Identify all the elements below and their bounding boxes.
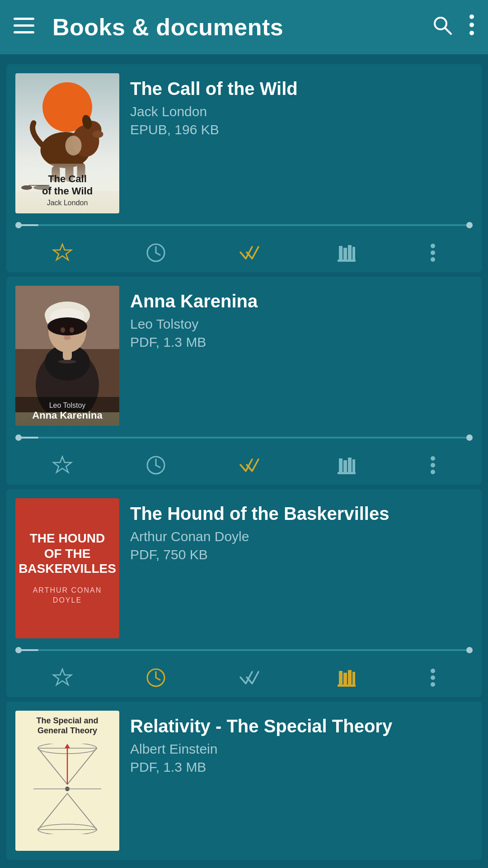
app-header: Books & documents: [0, 0, 488, 54]
check-button-cotw[interactable]: [239, 242, 263, 263]
menu-icon[interactable]: [14, 17, 34, 37]
book-info-rel: Relativity - The Special Theory Albert E…: [130, 711, 473, 775]
progress-hotb: [15, 649, 473, 651]
progress-ak: [15, 437, 473, 439]
svg-point-45: [58, 360, 76, 363]
svg-point-5: [469, 14, 474, 19]
svg-rect-52: [343, 460, 347, 472]
svg-point-42: [70, 327, 74, 333]
svg-line-49: [156, 465, 160, 467]
cover-title-text: Anna Karenina: [19, 410, 116, 421]
book-card-hotb[interactable]: THE HOUNDOF THEBASKERVILLES ARTHUR CONAN…: [6, 489, 482, 697]
book-main-rel: The Special and General Theory: [15, 711, 473, 851]
book-card-cotw[interactable]: The Callof the Wild Jack London The Call…: [6, 64, 482, 272]
svg-point-41: [61, 327, 65, 333]
more-button-hotb[interactable]: [430, 667, 436, 688]
book-info-ak: Anna Karenina Leo Tolstoy PDF, 1.3 MB: [130, 286, 473, 350]
progress-cotw: [15, 224, 473, 226]
svg-rect-51: [339, 458, 343, 472]
svg-rect-54: [352, 459, 355, 472]
book-meta-cotw: EPUB, 196 KB: [130, 122, 473, 137]
book-main-ak: Leo Tolstoy Anna Karenina Anna Karenina …: [15, 286, 473, 426]
svg-rect-1: [14, 24, 34, 27]
clock-button-cotw[interactable]: [145, 242, 166, 263]
cover-text-cotw: The Callof the Wild Jack London: [42, 173, 93, 213]
book-actions-hotb: [15, 660, 473, 697]
book-card-ak[interactable]: Leo Tolstoy Anna Karenina Anna Karenina …: [6, 277, 482, 485]
book-info-cotw: The Call of the Wild Jack London EPUB, 1…: [130, 73, 473, 137]
cover-hotb-title: THE HOUNDOF THEBASKERVILLES: [19, 531, 116, 576]
svg-point-56: [431, 463, 435, 467]
book-card-rel[interactable]: The Special and General Theory: [6, 702, 482, 860]
book-cover-ak[interactable]: Leo Tolstoy Anna Karenina: [15, 286, 119, 426]
shelf-button-ak[interactable]: [336, 455, 357, 476]
svg-marker-75: [65, 744, 70, 748]
cover-author-small: Leo Tolstoy: [19, 401, 116, 410]
book-main-cotw: The Callof the Wild Jack London The Call…: [15, 73, 473, 213]
svg-point-7: [469, 31, 474, 35]
cover-author-cotw: Jack London: [42, 199, 93, 207]
book-cover-rel[interactable]: The Special and General Theory: [15, 711, 119, 851]
shelf-button-hotb[interactable]: [336, 667, 357, 688]
book-cover-hotb[interactable]: THE HOUNDOF THEBASKERVILLES ARTHUR CONAN…: [15, 498, 119, 638]
book-author-cotw: Jack London: [130, 104, 473, 119]
book-meta-ak: PDF, 1.3 MB: [130, 335, 473, 350]
cover-rel-title: The Special and General Theory: [21, 716, 114, 736]
more-options-icon[interactable]: [469, 14, 474, 41]
star-button-ak[interactable]: [52, 455, 73, 476]
book-list: The Callof the Wild Jack London The Call…: [0, 54, 488, 868]
progress-dot-left: [15, 434, 22, 441]
svg-rect-24: [338, 259, 356, 262]
cover-title-cotw: The Callof the Wild: [42, 173, 93, 197]
svg-line-61: [156, 678, 160, 680]
book-cover-cotw[interactable]: The Callof the Wild Jack London: [15, 73, 119, 213]
book-author-ak: Leo Tolstoy: [130, 316, 473, 332]
svg-rect-64: [343, 673, 347, 684]
book-title-rel: Relativity - The Special Theory: [130, 715, 473, 737]
page-title: Books & documents: [52, 14, 431, 41]
progress-dot-right: [466, 434, 473, 441]
portrait-svg: [15, 286, 119, 412]
progress-dot-left: [15, 222, 22, 228]
book-title-hotb: The Hound of the Baskervilles: [130, 503, 473, 524]
svg-rect-44: [63, 349, 72, 360]
check-button-ak[interactable]: [239, 455, 263, 476]
progress-dot-right: [466, 222, 473, 228]
book-info-hotb: The Hound of the Baskervilles Arthur Con…: [130, 498, 473, 562]
svg-point-69: [431, 682, 435, 687]
svg-point-31: [431, 257, 435, 262]
svg-rect-28: [352, 247, 355, 259]
svg-point-29: [431, 244, 435, 248]
shelf-button-cotw[interactable]: [336, 242, 357, 263]
svg-rect-62: [338, 684, 356, 687]
more-button-ak[interactable]: [430, 455, 436, 476]
star-button-cotw[interactable]: [52, 242, 73, 263]
clock-button-ak[interactable]: [145, 455, 166, 476]
book-author-hotb: Arthur Conan Doyle: [130, 529, 473, 544]
book-title-cotw: The Call of the Wild: [130, 78, 473, 99]
svg-rect-66: [352, 672, 355, 684]
svg-rect-26: [343, 248, 347, 259]
svg-point-68: [431, 675, 435, 680]
clock-button-hotb[interactable]: [145, 667, 166, 688]
header-actions: [431, 14, 474, 41]
svg-point-43: [64, 335, 71, 340]
svg-rect-63: [339, 671, 343, 684]
svg-point-11: [93, 131, 103, 138]
book-meta-rel: PDF, 1.3 MB: [130, 760, 473, 775]
svg-rect-27: [348, 245, 352, 259]
svg-marker-58: [53, 669, 71, 685]
svg-marker-46: [53, 457, 71, 472]
star-button-hotb[interactable]: [52, 667, 73, 688]
svg-point-57: [431, 470, 435, 474]
book-main-hotb: THE HOUNDOF THEBASKERVILLES ARTHUR CONAN…: [15, 498, 473, 638]
progress-dot-right: [466, 647, 473, 653]
search-icon[interactable]: [431, 14, 453, 41]
svg-rect-25: [339, 246, 343, 259]
check-button-hotb[interactable]: [239, 667, 263, 688]
more-button-cotw[interactable]: [430, 242, 436, 263]
svg-point-17: [21, 185, 32, 190]
book-author-rel: Albert Einstein: [130, 741, 473, 757]
light-cone-svg: [24, 744, 110, 834]
book-meta-hotb: PDF, 750 KB: [130, 547, 473, 562]
